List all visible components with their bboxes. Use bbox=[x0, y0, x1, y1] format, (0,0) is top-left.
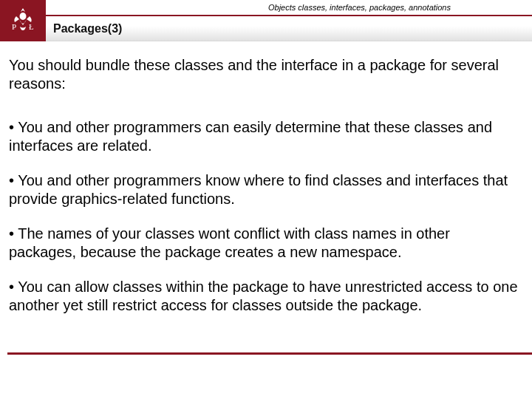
bullet-item: • You and other programmers can easily d… bbox=[9, 118, 520, 155]
slide-content: You should bundle these classes and the … bbox=[0, 41, 532, 315]
svg-text:P: P bbox=[12, 22, 16, 31]
page-title: Packages(3) bbox=[53, 22, 122, 35]
eagle-emblem-icon: P Ł bbox=[7, 6, 38, 35]
svg-point-0 bbox=[20, 13, 27, 20]
title-bar: Packages(3) bbox=[46, 16, 532, 41]
breadcrumb: Objects classes, interfaces, packages, a… bbox=[268, 3, 451, 12]
footer-divider bbox=[7, 352, 532, 355]
slide-header: P Ł Objects classes, interfaces, package… bbox=[0, 0, 532, 41]
intro-text: You should bundle these classes and the … bbox=[9, 56, 520, 93]
svg-text:Ł: Ł bbox=[29, 22, 34, 31]
bullet-item: • You and other programmers know where t… bbox=[9, 171, 520, 208]
institution-logo: P Ł bbox=[0, 0, 46, 41]
bullet-item: • The names of your classes wont conflic… bbox=[9, 225, 520, 262]
bullet-item: • You can allow classes within the packa… bbox=[9, 278, 520, 315]
